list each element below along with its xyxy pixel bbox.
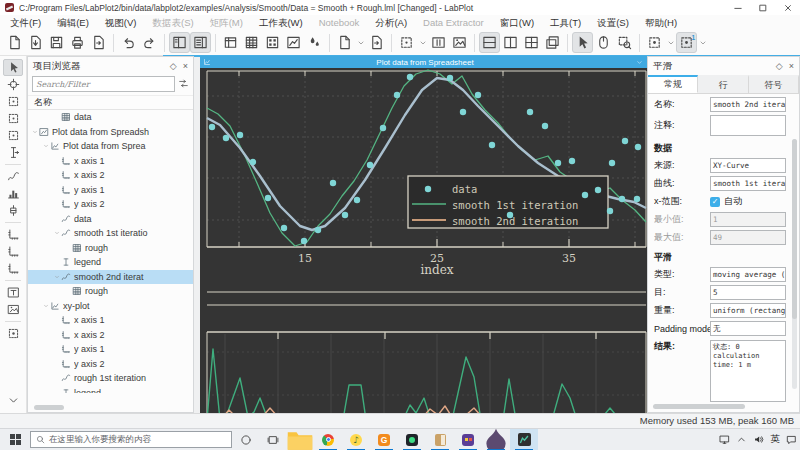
dock-close-icon[interactable]: ×	[789, 61, 794, 71]
notifications-icon[interactable]	[783, 429, 800, 450]
menu-item-0[interactable]: 文件(F)	[2, 15, 49, 30]
cursor-tool-2-chevron-icon[interactable]	[697, 32, 708, 53]
toggle-properties-explorer-button[interactable]	[190, 32, 211, 53]
padding-mode-select[interactable]: 无	[710, 321, 786, 336]
tab-line[interactable]: 行	[698, 75, 748, 93]
new-worksheet-button[interactable]	[283, 32, 304, 53]
undo-button[interactable]	[118, 32, 139, 53]
select-mode-button[interactable]	[572, 32, 593, 53]
tray-expand-chevron-icon[interactable]	[733, 429, 750, 450]
curve-select[interactable]: smooth 1st iteration	[710, 176, 786, 191]
toggle-project-explorer-button[interactable]	[169, 32, 190, 53]
horizontal-layout-button[interactable]	[500, 32, 521, 53]
search-input[interactable]	[32, 76, 175, 92]
properties-vscrollbar[interactable]	[792, 139, 797, 389]
ws-zoom-x-select-button[interactable]	[3, 110, 23, 127]
dock-float-icon[interactable]: ◇	[170, 61, 177, 71]
add-axis-3-button[interactable]	[3, 260, 23, 277]
zoom-select-mode-button[interactable]	[614, 32, 635, 53]
ws-crosshair-mode-button[interactable]	[3, 76, 23, 93]
print-button[interactable]	[67, 32, 88, 53]
new-object-dropdown-chevron-icon[interactable]	[355, 32, 366, 53]
ws-zoom-y-select-button[interactable]	[3, 127, 23, 144]
fit-to-page-button[interactable]	[449, 32, 470, 53]
expander-chevron-icon[interactable]	[41, 303, 50, 309]
add-boxplot-button[interactable]	[3, 202, 23, 219]
name-field[interactable]: smooth 2nd iteration	[710, 97, 786, 112]
print-preview-button[interactable]	[88, 32, 109, 53]
tree-item-smooth-2nd-iterat[interactable]: smooth 2nd iterat	[28, 270, 193, 285]
tree-item-x-axis-2[interactable]: x axis 2	[28, 328, 193, 343]
open-project-button[interactable]	[25, 32, 46, 53]
menu-item-2[interactable]: 视图(V)	[97, 15, 145, 30]
comment-field[interactable]	[710, 115, 786, 136]
zoom-dropdown-button[interactable]	[396, 32, 417, 53]
expander-chevron-icon[interactable]	[30, 129, 39, 135]
tree-item-rough[interactable]: rough	[28, 284, 193, 299]
menu-item-5[interactable]: 工作表(W)	[251, 15, 311, 30]
tree-column-header[interactable]: 名称	[28, 95, 193, 110]
worksheet-menu-chevron-icon[interactable]	[636, 59, 643, 66]
tree-item-legend[interactable]: legend	[28, 255, 193, 270]
tree-item-data[interactable]: data	[28, 212, 193, 227]
ws-cursor-line-button[interactable]	[3, 144, 23, 161]
taskbar-app-notebook-app[interactable]	[426, 429, 454, 450]
add-histogram-button[interactable]	[3, 185, 23, 202]
vertical-layout-button[interactable]	[479, 32, 500, 53]
tree-item-y-axis-1[interactable]: y axis 1	[28, 342, 193, 357]
cortana-button[interactable]	[232, 429, 259, 450]
menu-item-12[interactable]: 帮助(H)	[637, 15, 685, 30]
add-custom-point-button[interactable]	[3, 325, 23, 342]
tree-item-y-axis-2[interactable]: y axis 2	[28, 357, 193, 372]
auto-checkbox[interactable]: ✓	[710, 197, 720, 207]
taskbar-app-pixel-game[interactable]	[454, 429, 482, 450]
taskbar-app-file-explorer[interactable]	[286, 429, 314, 450]
dock-close-icon[interactable]: ×	[183, 61, 188, 71]
taskbar-app-screen-recorder[interactable]	[398, 429, 426, 450]
tree-item-smooth-1st-iteratio[interactable]: smooth 1st iteratio	[28, 226, 193, 241]
tree-item-rough[interactable]: rough	[28, 241, 193, 256]
weight-select[interactable]: uniform (rectangular)	[710, 303, 786, 318]
menu-item-7[interactable]: 分析(A)	[367, 15, 415, 30]
new-spreadsheet-button[interactable]	[241, 32, 262, 53]
fit-to-height-button[interactable]	[428, 32, 449, 53]
add-axis-2-button[interactable]	[3, 243, 23, 260]
tree-item-y-axis-2[interactable]: y axis 2	[28, 197, 193, 212]
taskbar-app-gimp[interactable]	[482, 429, 510, 450]
minimize-button[interactable]	[725, 0, 750, 15]
cursor-tool-2-button[interactable]: 1	[676, 32, 697, 53]
new-project-button[interactable]	[4, 32, 25, 53]
dock-float-icon[interactable]: ◇	[776, 61, 783, 71]
task-view-button[interactable]	[259, 429, 286, 450]
new-matrix-button[interactable]	[262, 32, 283, 53]
zoom-dropdown-chevron-icon[interactable]	[417, 32, 428, 53]
points-field[interactable]: 5	[710, 285, 786, 300]
new-object-dropdown-button[interactable]	[334, 32, 355, 53]
properties-hscrollbar[interactable]	[648, 404, 799, 409]
tree-item-x-axis-1[interactable]: x axis 1	[28, 313, 193, 328]
tab-symbol[interactable]: 符号	[749, 75, 799, 93]
save-project-button[interactable]	[46, 32, 67, 53]
add-axis-1-button[interactable]	[3, 226, 23, 243]
navigate-mode-button[interactable]	[593, 32, 614, 53]
tree-item-x-axis-2[interactable]: x axis 2	[28, 168, 193, 183]
tab-general[interactable]: 常规	[648, 75, 698, 93]
grid-layout-button[interactable]	[521, 32, 542, 53]
start-button[interactable]	[0, 429, 30, 450]
type-select[interactable]: moving average (centr	[710, 267, 786, 282]
expander-chevron-icon[interactable]	[52, 274, 61, 280]
expander-chevron-icon[interactable]	[41, 143, 50, 149]
project-tree-hscrollbar[interactable]	[28, 405, 193, 410]
add-image-button[interactable]	[3, 301, 23, 318]
maximize-button[interactable]	[750, 0, 775, 15]
expander-chevron-icon[interactable]	[52, 230, 61, 236]
menu-item-9[interactable]: 窗口(W)	[492, 15, 542, 30]
redo-button[interactable]	[139, 32, 160, 53]
plot-canvas[interactable]: 152535indexdatasmooth 1st iterationsmoot…	[200, 68, 647, 413]
close-button[interactable]	[775, 0, 800, 15]
source-select[interactable]: XY-Curve	[710, 158, 786, 173]
tree-item-rough-1st-iteration[interactable]: rough 1st iteration	[28, 371, 193, 386]
taskbar-app-qq-music[interactable]: ♪	[342, 429, 370, 450]
tree-item-x-axis-1[interactable]: x axis 1	[28, 154, 193, 169]
cursor-tool-1-button[interactable]	[644, 32, 665, 53]
